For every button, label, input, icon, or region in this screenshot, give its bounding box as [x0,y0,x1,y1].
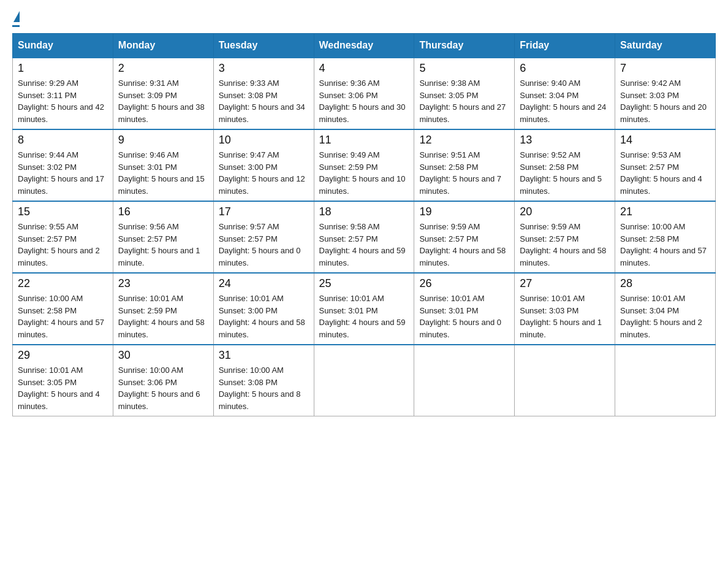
calendar-cell: 24 Sunrise: 10:01 AM Sunset: 3:00 PM Day… [213,273,314,345]
calendar-cell: 30 Sunrise: 10:00 AM Sunset: 3:06 PM Day… [113,345,213,416]
calendar-cell [314,345,414,416]
day-number: 16 [118,205,208,218]
calendar-cell [515,345,615,416]
day-number: 19 [419,205,509,218]
day-info: Sunrise: 10:01 AM Sunset: 3:03 PM Daylig… [520,293,610,340]
page-header [12,12,716,27]
day-info: Sunrise: 10:01 AM Sunset: 3:05 PM Daylig… [18,364,108,412]
day-info: Sunrise: 9:58 AM Sunset: 2:57 PM Dayligh… [319,221,409,269]
day-number: 26 [419,277,509,290]
day-number: 24 [219,277,309,290]
calendar-week-row: 8 Sunrise: 9:44 AM Sunset: 3:02 PM Dayli… [13,129,716,201]
day-info: Sunrise: 9:49 AM Sunset: 2:59 PM Dayligh… [319,149,409,197]
calendar-cell: 21 Sunrise: 10:00 AM Sunset: 2:58 PM Day… [615,201,716,273]
day-info: Sunrise: 9:56 AM Sunset: 2:57 PM Dayligh… [118,221,208,269]
calendar-week-row: 1 Sunrise: 9:29 AM Sunset: 3:11 PM Dayli… [13,58,716,129]
day-number: 17 [219,205,309,218]
calendar-table: SundayMondayTuesdayWednesdayThursdayFrid… [12,33,716,416]
day-info: Sunrise: 9:38 AM Sunset: 3:05 PM Dayligh… [419,77,509,125]
calendar-cell: 6 Sunrise: 9:40 AM Sunset: 3:04 PM Dayli… [515,58,615,129]
calendar-week-row: 15 Sunrise: 9:55 AM Sunset: 2:57 PM Dayl… [13,201,716,273]
calendar-cell: 15 Sunrise: 9:55 AM Sunset: 2:57 PM Dayl… [13,201,113,273]
calendar-week-row: 22 Sunrise: 10:00 AM Sunset: 2:58 PM Day… [13,273,716,345]
day-number: 1 [18,62,108,75]
weekday-header-thursday: Thursday [414,34,515,58]
calendar-cell: 9 Sunrise: 9:46 AM Sunset: 3:01 PM Dayli… [113,129,213,201]
calendar-cell: 2 Sunrise: 9:31 AM Sunset: 3:09 PM Dayli… [113,58,213,129]
day-info: Sunrise: 9:36 AM Sunset: 3:06 PM Dayligh… [319,77,409,125]
day-number: 11 [319,134,409,147]
calendar-cell: 11 Sunrise: 9:49 AM Sunset: 2:59 PM Dayl… [314,129,414,201]
calendar-cell: 17 Sunrise: 9:57 AM Sunset: 2:57 PM Dayl… [213,201,314,273]
day-info: Sunrise: 10:01 AM Sunset: 3:00 PM Daylig… [219,293,309,340]
calendar-cell: 7 Sunrise: 9:42 AM Sunset: 3:03 PM Dayli… [615,58,716,129]
day-info: Sunrise: 9:52 AM Sunset: 2:58 PM Dayligh… [520,149,610,197]
weekday-header-friday: Friday [515,34,615,58]
calendar-cell: 12 Sunrise: 9:51 AM Sunset: 2:58 PM Dayl… [414,129,515,201]
calendar-cell: 18 Sunrise: 9:58 AM Sunset: 2:57 PM Dayl… [314,201,414,273]
day-number: 4 [319,62,409,75]
day-number: 2 [118,62,208,75]
day-number: 31 [219,349,309,362]
day-number: 15 [18,205,108,218]
day-number: 21 [620,205,710,218]
calendar-cell: 25 Sunrise: 10:01 AM Sunset: 3:01 PM Day… [314,273,414,345]
day-info: Sunrise: 10:00 AM Sunset: 3:08 PM Daylig… [219,364,309,412]
day-number: 29 [18,349,108,362]
logo-triangle-icon [13,11,20,22]
day-info: Sunrise: 10:00 AM Sunset: 2:58 PM Daylig… [18,293,108,340]
calendar-cell: 4 Sunrise: 9:36 AM Sunset: 3:06 PM Dayli… [314,58,414,129]
day-number: 13 [520,134,610,147]
day-info: Sunrise: 9:42 AM Sunset: 3:03 PM Dayligh… [620,77,710,125]
day-info: Sunrise: 9:53 AM Sunset: 2:57 PM Dayligh… [620,149,710,197]
day-info: Sunrise: 9:47 AM Sunset: 3:00 PM Dayligh… [219,149,309,197]
day-number: 20 [520,205,610,218]
day-info: Sunrise: 9:59 AM Sunset: 2:57 PM Dayligh… [520,221,610,269]
calendar-cell: 26 Sunrise: 10:01 AM Sunset: 3:01 PM Day… [414,273,515,345]
calendar-cell: 27 Sunrise: 10:01 AM Sunset: 3:03 PM Day… [515,273,615,345]
day-number: 27 [520,277,610,290]
day-info: Sunrise: 9:44 AM Sunset: 3:02 PM Dayligh… [18,149,108,197]
logo [12,12,20,27]
calendar-cell: 22 Sunrise: 10:00 AM Sunset: 2:58 PM Day… [13,273,113,345]
day-info: Sunrise: 9:29 AM Sunset: 3:11 PM Dayligh… [18,77,108,125]
calendar-cell [414,345,515,416]
day-info: Sunrise: 9:57 AM Sunset: 2:57 PM Dayligh… [219,221,309,269]
day-info: Sunrise: 9:33 AM Sunset: 3:08 PM Dayligh… [219,77,309,125]
day-number: 6 [520,62,610,75]
day-number: 23 [118,277,208,290]
day-number: 8 [18,134,108,147]
day-info: Sunrise: 10:01 AM Sunset: 2:59 PM Daylig… [118,293,208,340]
day-info: Sunrise: 10:01 AM Sunset: 3:01 PM Daylig… [419,293,509,340]
weekday-header-wednesday: Wednesday [314,34,414,58]
weekday-header-saturday: Saturday [615,34,716,58]
day-info: Sunrise: 10:00 AM Sunset: 3:06 PM Daylig… [118,364,208,412]
day-number: 28 [620,277,710,290]
logo-underline [12,25,20,27]
day-number: 3 [219,62,309,75]
calendar-cell: 13 Sunrise: 9:52 AM Sunset: 2:58 PM Dayl… [515,129,615,201]
day-number: 22 [18,277,108,290]
day-info: Sunrise: 9:31 AM Sunset: 3:09 PM Dayligh… [118,77,208,125]
calendar-cell: 14 Sunrise: 9:53 AM Sunset: 2:57 PM Dayl… [615,129,716,201]
day-number: 18 [319,205,409,218]
calendar-cell: 28 Sunrise: 10:01 AM Sunset: 3:04 PM Day… [615,273,716,345]
calendar-cell: 23 Sunrise: 10:01 AM Sunset: 2:59 PM Day… [113,273,213,345]
weekday-header-sunday: Sunday [13,34,113,58]
day-info: Sunrise: 10:01 AM Sunset: 3:01 PM Daylig… [319,293,409,340]
day-number: 5 [419,62,509,75]
calendar-cell: 10 Sunrise: 9:47 AM Sunset: 3:00 PM Dayl… [213,129,314,201]
day-number: 14 [620,134,710,147]
day-info: Sunrise: 10:01 AM Sunset: 3:04 PM Daylig… [620,293,710,340]
calendar-cell: 5 Sunrise: 9:38 AM Sunset: 3:05 PM Dayli… [414,58,515,129]
calendar-cell: 1 Sunrise: 9:29 AM Sunset: 3:11 PM Dayli… [13,58,113,129]
calendar-cell: 29 Sunrise: 10:01 AM Sunset: 3:05 PM Day… [13,345,113,416]
day-info: Sunrise: 9:46 AM Sunset: 3:01 PM Dayligh… [118,149,208,197]
calendar-cell: 3 Sunrise: 9:33 AM Sunset: 3:08 PM Dayli… [213,58,314,129]
day-number: 12 [419,134,509,147]
day-info: Sunrise: 9:55 AM Sunset: 2:57 PM Dayligh… [18,221,108,269]
day-number: 30 [118,349,208,362]
day-info: Sunrise: 9:59 AM Sunset: 2:57 PM Dayligh… [419,221,509,269]
day-number: 25 [319,277,409,290]
calendar-cell: 16 Sunrise: 9:56 AM Sunset: 2:57 PM Dayl… [113,201,213,273]
